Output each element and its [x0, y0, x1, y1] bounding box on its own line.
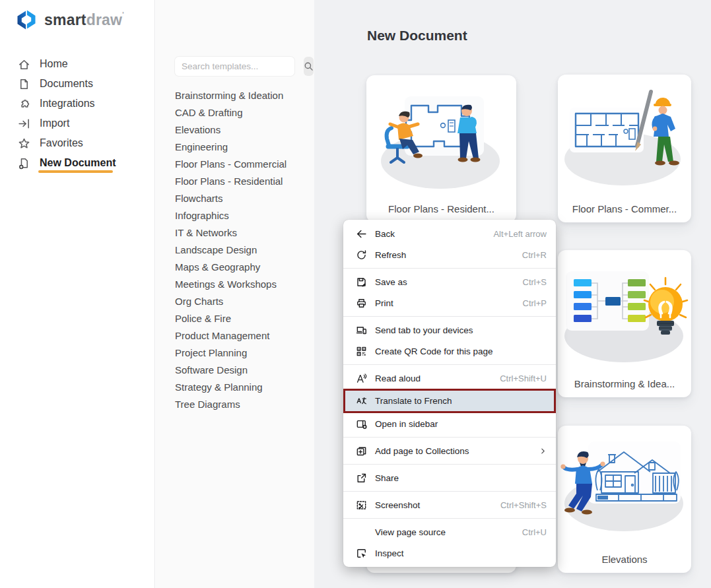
- menu-item-read-aloud[interactable]: Read aloudCtrl+Shift+U: [343, 368, 556, 389]
- sidebar-item-label: Favorites: [40, 137, 83, 149]
- template-category-landscape-design[interactable]: Landscape Design: [175, 242, 287, 259]
- sidebar-item-label: Import: [40, 117, 69, 129]
- template-category-flowcharts[interactable]: Flowcharts: [175, 190, 287, 207]
- sidebar-item-home[interactable]: Home: [0, 54, 154, 74]
- sidebar: smartdraw' HomeDocumentsIntegrationsImpo…: [0, 0, 155, 588]
- menu-item-view-page-source[interactable]: View page sourceCtrl+U: [343, 521, 556, 542]
- menu-item-label: View page source: [375, 527, 446, 537]
- menu-separator: [343, 268, 556, 269]
- menu-item-label: Translate to French: [375, 396, 452, 406]
- save-as-icon: [355, 276, 368, 288]
- brainstorming-ideation-illustration: [558, 257, 691, 376]
- sidebar-item-documents[interactable]: Documents: [0, 74, 154, 94]
- sidebar-item-favorites[interactable]: Favorites: [0, 133, 154, 153]
- chevron-right-icon: [539, 447, 547, 455]
- card-caption: Floor Plans - Resident...: [366, 203, 516, 214]
- card-floor-plans-residential[interactable]: Floor Plans - Resident...: [366, 75, 516, 222]
- menu-item-open-in-sidebar[interactable]: Open in sidebar: [343, 413, 556, 434]
- back-icon: [355, 228, 368, 240]
- screenshot-icon: [355, 499, 368, 511]
- menu-item-create-qr-code-for-this-page[interactable]: Create QR Code for this page: [343, 341, 556, 362]
- template-category-meetings-workshops[interactable]: Meetings & Workshops: [175, 276, 287, 293]
- menu-item-label: Screenshot: [375, 500, 420, 510]
- context-menu: BackAlt+Left arrowRefreshCtrl+RSave asCt…: [343, 220, 556, 567]
- menu-item-label: Inspect: [375, 548, 404, 558]
- template-category-cad-drafting[interactable]: CAD & Drafting: [175, 104, 287, 121]
- import-icon: [18, 117, 30, 130]
- elevations-illustration: [558, 432, 691, 551]
- sidebar-item-new-document[interactable]: New Document: [0, 153, 154, 173]
- template-category-org-charts[interactable]: Org Charts: [175, 293, 287, 310]
- template-category-tree-diagrams[interactable]: Tree Diagrams: [175, 396, 287, 413]
- template-category-infographics[interactable]: Infographics: [175, 207, 287, 224]
- menu-item-inspect[interactable]: Inspect: [343, 542, 556, 564]
- menu-item-label: Add page to Collections: [375, 446, 469, 456]
- sidebar-item-import[interactable]: Import: [0, 114, 154, 133]
- menu-item-label: Back: [375, 229, 395, 239]
- template-category-elevations[interactable]: Elevations: [175, 121, 287, 139]
- star-icon: [18, 137, 30, 150]
- template-category-list: Brainstorming & IdeationCAD & DraftingEl…: [175, 87, 287, 413]
- card-floor-plans-commercial[interactable]: Floor Plans - Commer...: [558, 75, 691, 222]
- menu-item-translate-to-french[interactable]: Translate to French: [343, 389, 556, 413]
- share-icon: [355, 472, 368, 484]
- template-category-strategy-planning[interactable]: Strategy & Planning: [175, 379, 287, 396]
- menu-item-shortcut: Ctrl+R: [522, 250, 547, 260]
- menu-item-back[interactable]: BackAlt+Left arrow: [343, 223, 556, 244]
- template-category-product-management[interactable]: Product Management: [175, 327, 287, 344]
- menu-item-print[interactable]: PrintCtrl+P: [343, 292, 556, 313]
- menu-item-save-as[interactable]: Save asCtrl+S: [343, 271, 556, 292]
- template-category-it-networks[interactable]: IT & Networks: [175, 224, 287, 242]
- menu-item-send-tab-to-your-devices[interactable]: Send tab to your devices: [343, 319, 556, 341]
- menu-separator: [343, 316, 556, 317]
- card-brainstorming-ideation[interactable]: Brainstorming & Idea...: [558, 250, 691, 397]
- menu-item-label: Create QR Code for this page: [375, 346, 493, 356]
- menu-item-share[interactable]: Share: [343, 467, 556, 488]
- template-category-police-fire[interactable]: Police & Fire: [175, 310, 287, 327]
- menu-item-shortcut: Ctrl+S: [523, 277, 547, 287]
- qr-code-icon: [355, 345, 368, 357]
- menu-item-shortcut: Ctrl+P: [523, 298, 547, 308]
- menu-separator: [343, 464, 556, 465]
- card-elevations[interactable]: Elevations: [558, 426, 691, 573]
- template-category-floor-plans-residential[interactable]: Floor Plans - Residential: [175, 173, 287, 190]
- template-category-engineering[interactable]: Engineering: [175, 139, 287, 156]
- smartdraw-logo[interactable]: smartdraw': [15, 8, 124, 32]
- template-category-project-planning[interactable]: Project Planning: [175, 344, 287, 362]
- sidebar-item-label: Integrations: [40, 98, 95, 110]
- template-category-maps-geography[interactable]: Maps & Geography: [175, 259, 287, 276]
- menu-item-add-page-to-collections[interactable]: Add page to Collections: [343, 440, 556, 461]
- collections-icon: [355, 445, 368, 457]
- active-item-underline: [38, 170, 113, 173]
- page-title: New Document: [367, 28, 467, 44]
- sidebar-item-integrations[interactable]: Integrations: [0, 94, 154, 114]
- template-category-software-design[interactable]: Software Design: [175, 362, 287, 379]
- menu-item-label: Share: [375, 473, 399, 483]
- search-button[interactable]: [304, 57, 314, 76]
- integrations-icon: [18, 98, 30, 110]
- menu-separator: [343, 437, 556, 438]
- menu-item-label: Print: [375, 298, 393, 308]
- menu-separator: [343, 491, 556, 492]
- menu-item-refresh[interactable]: RefreshCtrl+R: [343, 244, 556, 265]
- no-icon: [355, 526, 368, 538]
- send-tab-icon: [355, 324, 368, 336]
- logo-trademark: ': [122, 11, 124, 18]
- sidebar-item-label: Documents: [40, 78, 93, 90]
- menu-item-shortcut: Ctrl+Shift+S: [500, 500, 547, 510]
- floor-plans-residential-illustration: [366, 82, 516, 201]
- print-icon: [355, 297, 368, 309]
- refresh-icon: [355, 249, 368, 261]
- inspect-icon: [355, 547, 368, 559]
- menu-item-label: Read aloud: [375, 374, 421, 383]
- card-caption: Elevations: [558, 554, 691, 565]
- search-input[interactable]: [175, 57, 304, 76]
- sidebar-item-label: New Document: [40, 157, 116, 169]
- sidebar-nav: HomeDocumentsIntegrationsImportFavorites…: [0, 54, 154, 173]
- menu-item-label: Send tab to your devices: [375, 325, 473, 335]
- template-category-brainstorming-ideation[interactable]: Brainstorming & Ideation: [175, 87, 287, 104]
- menu-separator: [343, 364, 556, 365]
- menu-item-screenshot[interactable]: ScreenshotCtrl+Shift+S: [343, 494, 556, 515]
- new-document-icon: [18, 157, 30, 170]
- template-category-floor-plans-commercial[interactable]: Floor Plans - Commercial: [175, 156, 287, 173]
